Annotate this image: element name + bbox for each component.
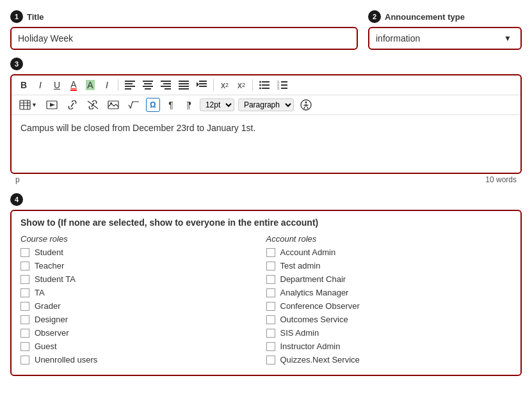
unenrolled-checkbox[interactable]	[20, 356, 29, 365]
analytics-manager-checkbox[interactable]	[266, 288, 275, 297]
svg-rect-10	[161, 86, 171, 87]
svg-point-43	[305, 102, 307, 104]
pilcrow-rtl-button[interactable]: ¶	[182, 98, 196, 112]
title-section: 1 Title	[10, 10, 358, 50]
paragraph-format-select[interactable]: Paragraph Heading 1 Heading 2 Heading 3	[238, 98, 294, 111]
align-right-button[interactable]	[158, 78, 173, 92]
svg-rect-18	[199, 86, 207, 87]
account-admin-checkbox[interactable]	[266, 248, 275, 257]
step-badge-4: 4	[10, 193, 23, 206]
unlink-button[interactable]	[85, 98, 101, 112]
test-admin-label: Test admin	[280, 261, 321, 271]
show-to-box: Show to (If none are selected, show to e…	[10, 210, 522, 376]
conference-observer-checkbox[interactable]	[266, 302, 275, 311]
media-embed-button[interactable]	[44, 98, 60, 112]
indent-button[interactable]	[194, 78, 209, 92]
subscript-button[interactable]: x2	[234, 78, 248, 92]
editor-footer: p 10 words	[10, 174, 522, 185]
svg-rect-21	[262, 81, 270, 82]
student-checkbox[interactable]	[20, 248, 29, 257]
bg-color-button[interactable]: A	[83, 78, 97, 92]
svg-marker-38	[50, 103, 55, 107]
sqrt-button[interactable]	[125, 98, 142, 112]
word-count: 10 words	[485, 175, 517, 184]
svg-rect-9	[163, 83, 171, 84]
underline-button[interactable]: U	[50, 78, 64, 92]
svg-rect-8	[161, 81, 171, 82]
department-chair-checkbox[interactable]	[266, 275, 275, 284]
bold-button[interactable]: B	[17, 78, 31, 92]
list-item: SIS Admin	[266, 328, 512, 338]
step-badge-1: 1	[10, 10, 23, 23]
toolbar-row-1: B I U A A I x2 x2	[12, 75, 520, 95]
test-admin-checkbox[interactable]	[266, 262, 275, 271]
svg-rect-31	[281, 88, 287, 89]
announcement-type-box: information warning error ▼	[368, 27, 522, 50]
editor-content[interactable]: Campus will be closed from December 23rd…	[12, 115, 520, 173]
svg-rect-15	[179, 88, 189, 90]
svg-rect-3	[125, 88, 131, 90]
ta-checkbox[interactable]	[20, 288, 29, 297]
list-item: Observer	[20, 328, 266, 338]
svg-rect-1	[125, 83, 133, 84]
divider-3	[252, 79, 253, 91]
numbered-list-button[interactable]: 1.2.3.	[275, 78, 290, 92]
student-label: Student	[35, 247, 63, 257]
instructor-admin-checkbox[interactable]	[266, 342, 275, 351]
editor-section: 3 B I U A A I	[10, 58, 522, 185]
account-roles-column: Account roles Account Admin Test admin D…	[266, 234, 512, 368]
svg-rect-16	[199, 81, 207, 82]
table-button[interactable]: ▼	[17, 98, 40, 112]
svg-point-22	[259, 84, 261, 86]
grader-label: Grader	[35, 301, 60, 311]
svg-rect-5	[144, 83, 152, 84]
svg-rect-14	[179, 86, 189, 87]
sis-admin-checkbox[interactable]	[266, 329, 275, 338]
align-center-button[interactable]	[140, 78, 156, 92]
accessibility-button[interactable]	[298, 98, 314, 112]
outcomes-service-label: Outcomes Service	[280, 315, 348, 324]
align-justify-button[interactable]	[176, 78, 191, 92]
title-input[interactable]	[18, 33, 350, 43]
grader-checkbox[interactable]	[20, 302, 29, 311]
svg-rect-0	[125, 81, 135, 82]
guest-checkbox[interactable]	[20, 342, 29, 351]
title-input-box	[10, 27, 358, 50]
divider-2	[213, 79, 214, 91]
superscript-button[interactable]: x2	[218, 78, 232, 92]
svg-line-47	[307, 107, 308, 109]
account-roles-label: Account roles	[266, 234, 512, 244]
list-item: Conference Observer	[266, 301, 512, 311]
announcement-select-wrapper: information warning error ▼	[376, 33, 514, 43]
font-size-select[interactable]: 12pt 14pt 18pt 24pt	[200, 98, 234, 111]
list-item: Test admin	[266, 261, 512, 271]
guest-label: Guest	[35, 341, 57, 351]
italic2-button[interactable]: I	[100, 78, 114, 92]
svg-rect-32	[20, 100, 30, 109]
bullet-list-button[interactable]	[257, 78, 272, 92]
teacher-checkbox[interactable]	[20, 262, 29, 271]
designer-checkbox[interactable]	[20, 315, 29, 324]
italic-button[interactable]: I	[33, 78, 47, 92]
image-button[interactable]	[105, 98, 122, 112]
font-color-button[interactable]: A	[67, 78, 81, 92]
formula-button[interactable]: Ω	[146, 98, 160, 112]
pilcrow-button[interactable]: ¶	[164, 98, 178, 112]
list-item: Teacher	[20, 261, 266, 271]
announcement-type-select[interactable]: information warning error	[376, 33, 514, 43]
observer-label: Observer	[35, 328, 69, 338]
svg-rect-13	[179, 83, 189, 84]
student-ta-checkbox[interactable]	[20, 275, 29, 284]
designer-label: Designer	[35, 315, 68, 324]
svg-rect-23	[262, 84, 270, 86]
quizzes-next-checkbox[interactable]	[266, 356, 275, 365]
observer-checkbox[interactable]	[20, 329, 29, 338]
svg-rect-25	[262, 88, 270, 89]
link-button[interactable]	[64, 98, 81, 112]
outcomes-service-checkbox[interactable]	[266, 315, 275, 324]
align-left-button[interactable]	[122, 78, 138, 92]
svg-rect-6	[143, 86, 153, 87]
divider-1	[118, 79, 118, 91]
ta-label: TA	[35, 288, 45, 297]
list-item: Student	[20, 247, 266, 257]
